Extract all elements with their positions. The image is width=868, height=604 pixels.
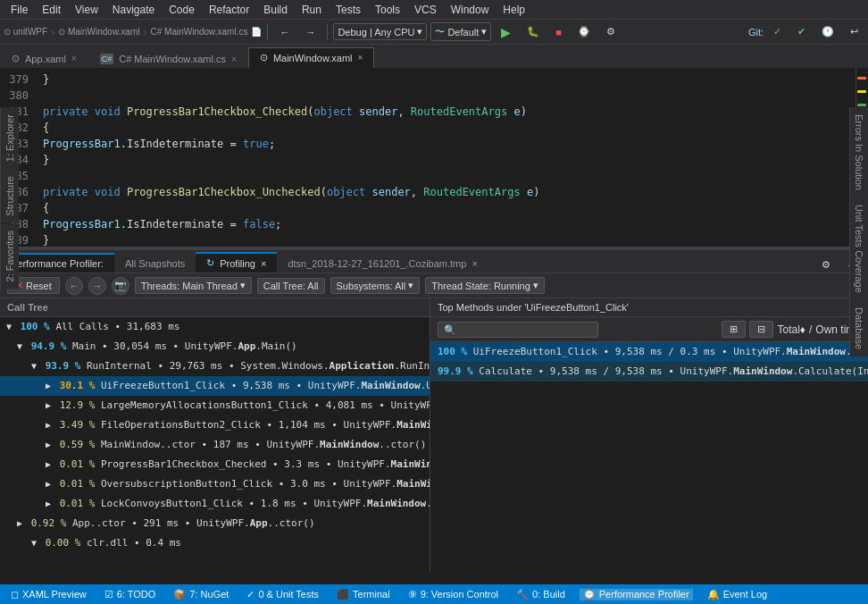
scroll-indicator	[857, 90, 866, 93]
method-item[interactable]: 99.9 % Calculate • 9,538 ms / 9,538 ms •…	[430, 362, 868, 382]
menu-run[interactable]: Run	[295, 2, 329, 18]
close-icon[interactable]: ×	[231, 55, 237, 64]
thread-state-label: Thread State: Running	[431, 281, 530, 291]
status-xaml-preview[interactable]: ◻ XAML Preview	[7, 589, 90, 600]
menu-tests[interactable]: Tests	[329, 2, 368, 18]
status-icon: 🔔	[707, 589, 720, 600]
methods-list[interactable]: 100 % UiFreezeButton1_Click • 9,538 ms /…	[430, 342, 868, 572]
chevron-icon: ▾	[408, 280, 413, 291]
call-tree-panel[interactable]: Call Tree ▼ 100 % All Calls • 31,683 ms …	[0, 298, 430, 572]
menu-refactor[interactable]: Refactor	[202, 2, 256, 18]
side-tab-errors[interactable]: Errors In Solution	[849, 107, 868, 197]
side-tab-explorer[interactable]: 1: Explorer	[0, 107, 19, 169]
reset-label: Reset	[26, 281, 52, 291]
settings-button[interactable]: ⚙	[600, 23, 622, 40]
call-tree-item[interactable]: ▶ 0.92 % App..ctor • 291 ms • UnityWPF.A…	[0, 514, 430, 533]
status-version-control[interactable]: ⑨ 9: Version Control	[405, 589, 502, 600]
status-nuget[interactable]: 📦 7: NuGet	[170, 589, 232, 600]
expand-arrow: ▼	[14, 339, 25, 355]
call-tree-item[interactable]: ▼ 93.9 % RunInternal • 29,763 ms • Syste…	[0, 357, 430, 376]
panel-settings-button[interactable]: ⚙	[814, 257, 838, 273]
status-bar: ◻ XAML Preview ☑ 6: TODO 📦 7: NuGet ✓ 0 …	[0, 584, 868, 604]
wave-icon: 〜	[435, 25, 445, 38]
git-tick-button[interactable]: ✔	[791, 23, 812, 40]
thread-state-dropdown[interactable]: Thread State: Running ▾	[425, 277, 545, 294]
menu-view[interactable]: View	[68, 2, 105, 18]
tab-all-snapshots[interactable]: All Snapshots	[114, 254, 196, 273]
stop-button[interactable]: ■	[549, 24, 568, 40]
status-terminal[interactable]: ⬛ Terminal	[333, 589, 394, 600]
side-tab-structure[interactable]: Structure	[0, 169, 19, 223]
status-build[interactable]: 🔨 0: Build	[513, 589, 569, 600]
call-tree-item-selected[interactable]: ▶ 30.1 % UiFreezeButton1_Click • 9,538 m…	[0, 376, 430, 396]
code-area: 379 380 381 382 383 384 385 386 387 388 …	[0, 68, 868, 247]
filter-button[interactable]: ⊞	[722, 321, 746, 338]
call-tree-item[interactable]: ▼ 94.9 % Main • 30,054 ms • UnityWPF.App…	[0, 337, 430, 357]
status-icon: 🔨	[516, 589, 529, 600]
menu-code[interactable]: Code	[162, 2, 202, 18]
menu-vcs[interactable]: VCS	[407, 2, 444, 18]
status-performance-profiler[interactable]: ⌚ Performance Profiler	[580, 589, 693, 600]
git-history-button[interactable]: 🕐	[815, 23, 840, 40]
call-tree-item[interactable]: ▶ 12.9 % LargeMemoryAllocationsButton1_C…	[0, 396, 430, 415]
call-tree-item[interactable]: ▼ 0.00 % clr.dll • 0.4 ms	[0, 533, 430, 553]
call-tree-item[interactable]: ▶ 0.01 % ProgressBar1Checkbox_Checked • …	[0, 455, 430, 474]
tab-profiling[interactable]: ↻ Profiling ×	[196, 252, 277, 273]
call-tree-item[interactable]: ▼ 100 % All Calls • 31,683 ms	[0, 317, 430, 337]
sort-button[interactable]: ⊟	[749, 321, 773, 338]
profile-button[interactable]: ⌚	[572, 23, 597, 40]
menu-tools[interactable]: Tools	[368, 2, 407, 18]
call-tree-item[interactable]: ▶ 0.01 % LockConvoysButton1_Click • 1.8 …	[0, 494, 430, 514]
status-unit-tests[interactable]: ✓ 0 & Unit Tests	[243, 589, 322, 600]
menu-window[interactable]: Window	[444, 2, 497, 18]
tab-label: All Snapshots	[125, 258, 185, 269]
status-label: Performance Profiler	[599, 589, 689, 600]
menu-build[interactable]: Build	[256, 2, 295, 18]
call-tree-item[interactable]: ▶ 0.01 % OversubscriptionButton1_Click •…	[0, 474, 430, 494]
tab-dtsn-file[interactable]: dtsn_2018-12-27_161201_.Cozibam.tmp ×	[277, 254, 488, 273]
debug-dropdown[interactable]: Debug | Any CPU ▾	[333, 23, 427, 40]
call-tree-item[interactable]: ▶ 3.49 % FileOperationsButton2_Click • 1…	[0, 415, 430, 435]
subsystems-dropdown[interactable]: Subsystems: All ▾	[330, 277, 421, 294]
status-icon: ◻	[11, 589, 19, 600]
menu-help[interactable]: Help	[496, 2, 532, 18]
nav-forward-button[interactable]: →	[88, 277, 106, 295]
code-content[interactable]: } private void ProgressBar1Checkbox_Chec…	[36, 68, 855, 247]
default-dropdown[interactable]: 〜 Default ▾	[430, 22, 491, 41]
snapshot-button[interactable]: 📷	[112, 277, 129, 295]
git-undo-button[interactable]: ↩	[844, 23, 864, 40]
breadcrumb-xaml: ⊙ MainWindow.xaml	[58, 27, 139, 37]
threads-dropdown[interactable]: Threads: Main Thread ▾	[135, 277, 252, 294]
back-button[interactable]: ←	[273, 24, 296, 40]
side-tab-favorites[interactable]: 2: Favorites	[0, 223, 19, 289]
call-tree-dropdown[interactable]: Call Tree: All	[257, 278, 325, 294]
expand-arrow: ▼	[4, 319, 14, 335]
close-icon[interactable]: ×	[358, 53, 363, 63]
method-item[interactable]: 100 % UiFreezeButton1_Click • 9,538 ms /…	[430, 342, 868, 362]
status-todo[interactable]: ☑ 6: TODO	[101, 589, 160, 600]
side-tab-unit-tests[interactable]: Unit Tests Coverage	[849, 197, 868, 300]
call-tree-item[interactable]: ▶ 0.59 % MainWindow..ctor • 187 ms • Uni…	[0, 435, 430, 455]
debug-button[interactable]: 🐛	[521, 23, 546, 40]
tab-app-xaml[interactable]: ⊙ App.xaml ×	[0, 48, 88, 68]
run-button[interactable]: ▶	[495, 22, 517, 42]
status-label: XAML Preview	[22, 589, 87, 600]
forward-button[interactable]: →	[299, 24, 321, 40]
expand-arrow: ▶	[43, 496, 54, 512]
menu-file[interactable]: File	[4, 2, 35, 18]
tab-icon: ⊙	[12, 53, 20, 64]
search-input[interactable]	[438, 322, 598, 338]
tab-mainwindow-cs[interactable]: C# C# MainWindow.xaml.cs ×	[88, 49, 248, 68]
close-icon[interactable]: ×	[472, 258, 477, 269]
menu-navigate[interactable]: Navigate	[105, 2, 162, 18]
menu-edit[interactable]: Edit	[35, 2, 68, 18]
code-editor[interactable]: 379 380 381 382 383 384 385 386 387 388 …	[0, 68, 868, 247]
close-icon[interactable]: ×	[71, 54, 77, 63]
nav-back-button[interactable]: ←	[65, 277, 83, 295]
methods-toolbar: ⊞ ⊟ Total♦ / Own time	[430, 317, 868, 342]
status-event-log[interactable]: 🔔 Event Log	[704, 589, 772, 600]
side-tab-database[interactable]: Database	[849, 300, 868, 357]
tab-mainwindow-xaml[interactable]: ⊙ MainWindow.xaml ×	[248, 47, 374, 68]
close-icon[interactable]: ×	[261, 258, 266, 269]
git-check-button[interactable]: ✓	[767, 23, 788, 40]
